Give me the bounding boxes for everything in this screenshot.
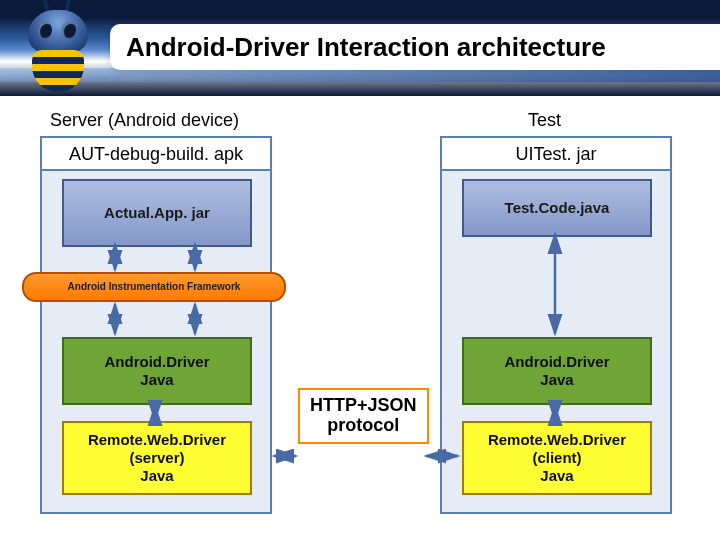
actual-app-box: Actual.App. jar xyxy=(62,179,252,247)
slide-title: Android-Driver Interaction architecture xyxy=(126,32,606,63)
test-container-title: UITest. jar xyxy=(442,138,670,171)
test-remote-box: Remote.Web.Driver (client) Java xyxy=(462,421,652,495)
server-remote-box: Remote.Web.Driver (server) Java xyxy=(62,421,252,495)
header-accent xyxy=(0,68,720,82)
server-container: AUT-debug-build. apk Actual.App. jar And… xyxy=(40,136,272,514)
test-code-box: Test.Code.java xyxy=(462,179,652,237)
server-column-label: Server (Android device) xyxy=(50,110,239,131)
protocol-box: HTTP+JSON protocol xyxy=(298,388,429,444)
server-container-title: AUT-debug-build. apk xyxy=(42,138,270,171)
title-container: Android-Driver Interaction architecture xyxy=(110,24,720,70)
test-container: UITest. jar Test.Code.java Android.Drive… xyxy=(440,136,672,514)
server-driver-box: Android.Driver Java xyxy=(62,337,252,405)
architecture-diagram: Server (Android device) Test AUT-debug-b… xyxy=(30,110,690,520)
test-driver-box: Android.Driver Java xyxy=(462,337,652,405)
instrumentation-framework-box: Android Instrumentation Framework xyxy=(22,272,286,302)
test-column-label: Test xyxy=(528,110,561,131)
bee-mascot-icon xyxy=(10,0,106,100)
